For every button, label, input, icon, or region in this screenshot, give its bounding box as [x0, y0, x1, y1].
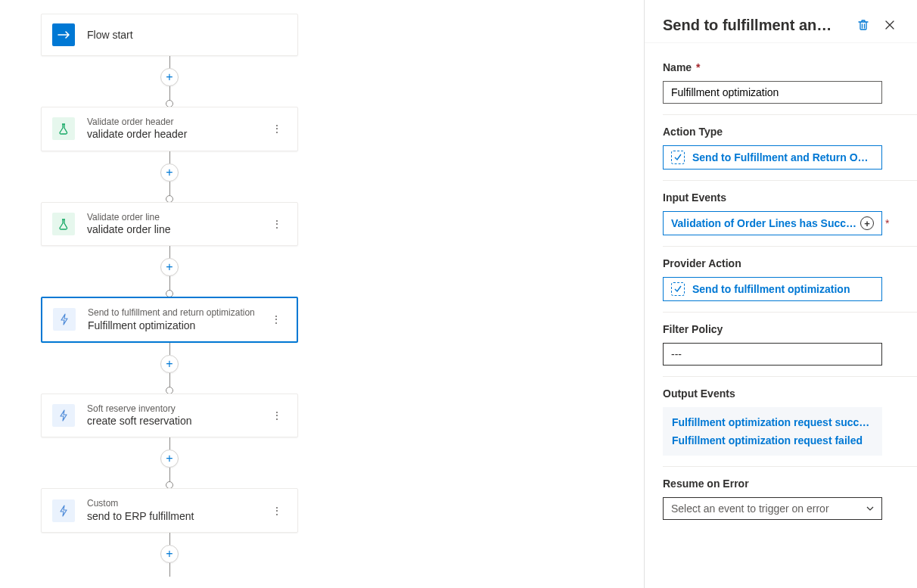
panel-title: Send to fulfillment an… — [663, 17, 847, 34]
provider-action-label: Provider Action — [663, 257, 899, 269]
flow-connector: + — [41, 246, 298, 297]
flow-step-node[interactable]: Validate order line validate order line … — [41, 202, 298, 247]
add-step-button[interactable]: + — [160, 450, 179, 468]
chevron-down-icon — [866, 506, 874, 511]
required-icon: * — [885, 217, 889, 229]
step-more-button[interactable]: ⋮ — [267, 505, 287, 517]
bolt-icon — [53, 308, 76, 331]
flow-step-node[interactable]: Custom send to ERP fulfillment ⋮ — [41, 488, 298, 533]
flow-step-node[interactable]: Soft reserve inventory create soft reser… — [41, 394, 298, 438]
add-step-button[interactable]: + — [160, 355, 179, 373]
bolt-icon — [52, 499, 75, 522]
flow-start-label: Flow start — [87, 28, 287, 42]
provider-icon — [671, 282, 685, 296]
step-title: validate order header — [87, 127, 267, 141]
add-input-event-button[interactable]: + — [860, 216, 874, 230]
action-type-selector[interactable]: Send to Fulfillment and Return Optimiza… — [663, 145, 882, 170]
flow-connector: + — [41, 533, 298, 577]
optimize-icon — [671, 151, 685, 164]
input-event-selector[interactable]: Validation of Order Lines has Succeed… + — [663, 211, 882, 235]
flow-step-node[interactable]: Validate order header validate order hea… — [41, 107, 298, 151]
add-step-button[interactable]: + — [160, 545, 179, 563]
flow-canvas[interactable]: Flow start + Validate order header valid… — [0, 0, 645, 588]
step-title: Fulfillment optimization — [88, 319, 266, 332]
flow-connector: + — [41, 343, 298, 394]
provider-action-selector[interactable]: Send to fulfillment optimization — [663, 277, 882, 301]
details-panel: Send to fulfillment an… Name * Action Ty… — [645, 0, 917, 588]
flow-connector: + — [41, 56, 298, 107]
close-button[interactable] — [881, 16, 899, 34]
input-events-label: Input Events — [663, 191, 899, 204]
step-more-button[interactable]: ⋮ — [266, 313, 286, 325]
flask-icon — [52, 213, 75, 235]
output-events-label: Output Events — [663, 387, 899, 400]
filter-policy-label: Filter Policy — [663, 323, 899, 335]
bolt-icon — [52, 404, 75, 427]
resume-label: Resume on Error — [663, 478, 899, 490]
action-type-label: Action Type — [663, 126, 899, 138]
step-type-label: Soft reserve inventory — [87, 403, 267, 414]
add-step-button[interactable]: + — [160, 68, 179, 86]
step-type-label: Custom — [87, 498, 267, 509]
step-more-button[interactable]: ⋮ — [267, 409, 287, 422]
step-type-label: Validate order header — [87, 117, 267, 127]
flow-start-node[interactable]: Flow start — [41, 14, 298, 56]
flask-icon — [52, 117, 75, 140]
step-more-button[interactable]: ⋮ — [267, 123, 287, 135]
step-type-label: Send to fulfillment and return optimizat… — [88, 307, 266, 318]
flow-connector: + — [41, 151, 298, 202]
step-title: create soft reservation — [87, 414, 267, 428]
flow-start-icon — [52, 23, 75, 46]
flow-step-node[interactable]: Send to fulfillment and return optimizat… — [41, 297, 298, 343]
filter-policy-selector[interactable]: --- — [663, 343, 882, 366]
output-event-item[interactable]: Fulfillment optimization request failed — [672, 431, 873, 450]
resume-on-error-select[interactable]: Select an event to trigger on error — [663, 497, 882, 520]
name-input[interactable] — [663, 81, 882, 104]
add-step-button[interactable]: + — [160, 163, 179, 182]
delete-button[interactable] — [853, 15, 873, 35]
step-title: send to ERP fulfillment — [87, 509, 267, 523]
name-label: Name * — [663, 61, 899, 73]
output-events-list: Fulfillment optimization request succ…Fu… — [663, 407, 882, 456]
output-event-item[interactable]: Fulfillment optimization request succ… — [672, 413, 873, 431]
step-title: validate order line — [87, 222, 267, 236]
flow-connector: + — [41, 437, 298, 488]
step-more-button[interactable]: ⋮ — [267, 218, 287, 230]
step-type-label: Validate order line — [87, 212, 267, 222]
add-step-button[interactable]: + — [160, 258, 179, 276]
